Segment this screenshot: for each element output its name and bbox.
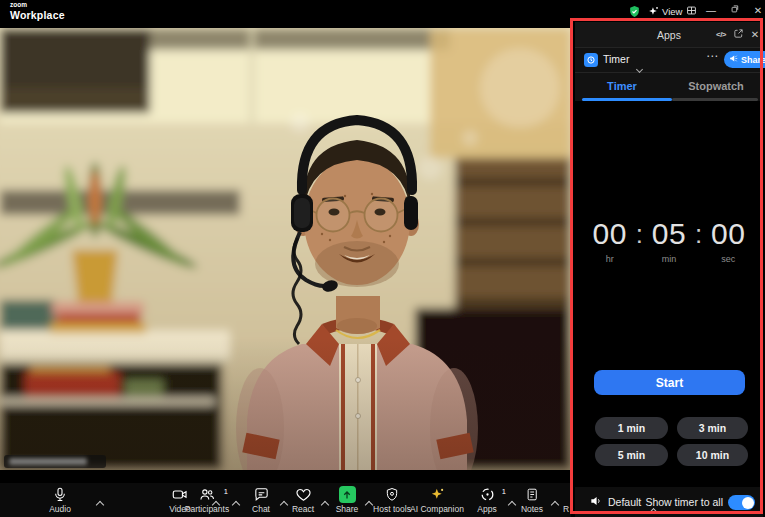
more-options-button[interactable]: ⋯ (706, 49, 719, 63)
toolbar-button-record-truncated[interactable]: R (556, 485, 576, 515)
audio-options-chevron[interactable] (97, 494, 103, 512)
apps-count-badge: 1 (502, 487, 506, 496)
timer-seconds-unit: sec (721, 254, 735, 264)
close-apps-panel-button[interactable]: ✕ (747, 26, 763, 42)
share-screen-icon (326, 485, 368, 503)
apps-panel: Apps </> ✕ Timer ⋯ (575, 22, 763, 517)
view-label: View (662, 6, 682, 17)
preset-3-min-button[interactable]: 3 min (677, 417, 748, 439)
microphone-icon (30, 485, 90, 503)
speaker-icon[interactable] (589, 494, 603, 512)
participants-count-badge: 1 (224, 487, 228, 496)
participants-options-chevron[interactable] (233, 494, 239, 512)
minimize-icon: — (706, 5, 716, 16)
timer-hours-value: 00 (593, 219, 627, 249)
toolbar-button-share[interactable]: Share (326, 485, 368, 515)
timer-hours-group[interactable]: 00 hr (589, 219, 631, 264)
close-window-icon: ✕ (754, 5, 762, 16)
tab-stopwatch[interactable]: Stopwatch (669, 73, 763, 98)
timer-display: 00 hr : 05 min : 00 sec (575, 219, 763, 264)
brand-zoom: zoom (10, 2, 65, 9)
pop-out-button[interactable] (730, 26, 746, 42)
toolbar-button-react[interactable]: React (282, 485, 324, 515)
toolbar-button-notes[interactable]: Notes (510, 485, 554, 515)
toolbar-button-audio[interactable]: Audio (30, 485, 90, 515)
timer-hours-unit: hr (606, 254, 614, 264)
zoom-workplace-window: zoom Workplace View — ✕ (0, 0, 765, 517)
timer-app-bar: Timer ⋯ Share (575, 48, 763, 73)
chat-icon (241, 485, 281, 503)
preset-10-min-button[interactable]: 10 min (677, 444, 748, 466)
maximize-icon (730, 4, 740, 16)
participant-name-redacted (9, 458, 87, 465)
ai-companion-titlebar-icon[interactable] (645, 3, 661, 19)
close-apps-panel-icon: ✕ (751, 29, 759, 40)
timer-minutes-value: 05 (652, 219, 686, 249)
main-video-feed (0, 28, 571, 470)
timer-app-icon (584, 53, 598, 67)
apps-panel-header: Apps </> ✕ (575, 22, 763, 48)
timer-tabs: Timer Stopwatch (575, 73, 763, 101)
timer-seconds-group[interactable]: 00 sec (707, 219, 749, 264)
start-timer-button[interactable]: Start (594, 370, 745, 395)
timer-sound-select[interactable]: Default (608, 496, 641, 508)
code-icon: </> (716, 30, 726, 39)
zoom-workplace-logo: zoom Workplace (10, 2, 65, 20)
toolbar-button-apps[interactable]: Apps 1 (462, 485, 512, 515)
timer-colon: : (636, 221, 643, 247)
timer-seconds-value: 00 (711, 219, 745, 249)
toolbar-button-participants[interactable]: Participants 1 (174, 485, 240, 515)
notes-icon (510, 485, 554, 503)
meeting-toolbar: Audio Video Participants 1 Chat (0, 483, 571, 517)
timer-body: 00 hr : 05 min : 00 sec Start 1 min 3 mi… (575, 101, 763, 487)
video-scene-image (0, 28, 571, 470)
share-megaphone-icon (729, 54, 738, 65)
preset-1-min-button[interactable]: 1 min (595, 417, 668, 439)
brand-workplace: Workplace (10, 10, 65, 21)
share-app-label: Share (741, 55, 765, 65)
pop-out-icon (733, 25, 744, 43)
preset-5-min-button[interactable]: 5 min (595, 444, 668, 466)
view-layout-icon (686, 5, 697, 18)
show-timer-toggle[interactable] (728, 495, 755, 510)
maximize-button[interactable] (725, 0, 745, 20)
timer-minutes-group[interactable]: 05 min (648, 219, 690, 264)
show-timer-to-all-label: Show timer to all (645, 496, 723, 508)
timer-footer: Default Show timer to all (575, 487, 763, 517)
tab-timer[interactable]: Timer (575, 73, 669, 98)
timer-minutes-unit: min (662, 254, 677, 264)
participant-name-tag (4, 455, 106, 468)
toolbar-button-chat[interactable]: Chat (241, 485, 281, 515)
security-shield-icon[interactable] (626, 3, 642, 19)
timer-app-name[interactable]: Timer (603, 53, 629, 65)
developer-code-button[interactable]: </> (713, 26, 729, 42)
minimize-button[interactable]: — (701, 0, 721, 20)
heart-react-icon (282, 485, 324, 503)
timer-colon: : (695, 221, 702, 247)
close-window-button[interactable]: ✕ (748, 0, 765, 20)
titlebar: zoom Workplace View — ✕ (0, 0, 765, 22)
toggle-knob (742, 497, 754, 509)
view-button[interactable]: View (662, 0, 697, 22)
share-app-button[interactable]: Share (724, 51, 765, 68)
participants-icon (174, 485, 240, 503)
